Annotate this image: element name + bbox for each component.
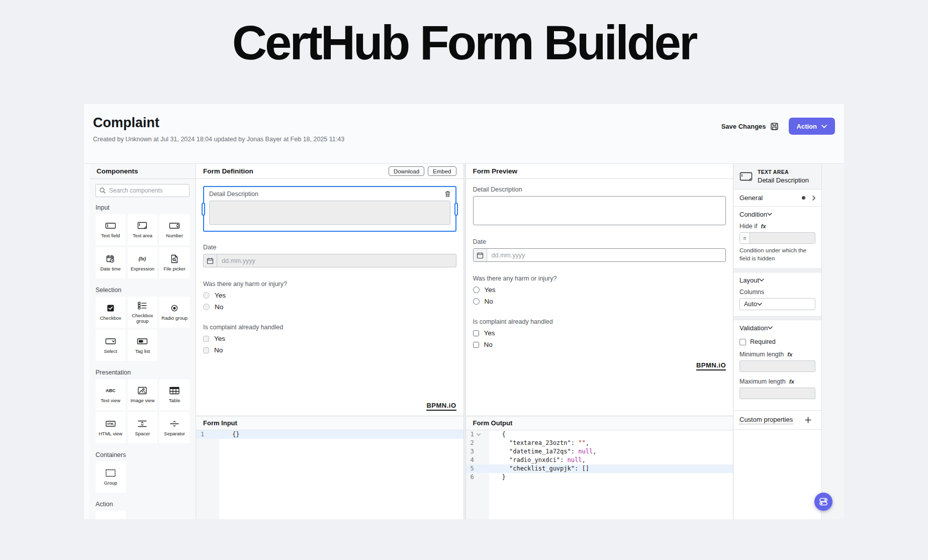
general-group[interactable]: General [733, 190, 821, 207]
columns-select[interactable]: Auto [739, 298, 815, 310]
file-picker-icon [168, 254, 180, 264]
form-output-panel: Form Output 123456{ "textarea_23oztn": "… [466, 416, 733, 519]
editor-gutter: 123456 [466, 430, 489, 519]
number-icon [168, 221, 180, 231]
textarea-input[interactable] [209, 201, 450, 225]
tag-list-icon [136, 336, 148, 346]
properties-panel: TEXT AREA Detail Description General Con… [733, 164, 822, 519]
fold-chevron-icon[interactable] [477, 433, 481, 436]
component-separator[interactable]: Separator [159, 412, 190, 443]
chevron-down-icon [768, 326, 773, 329]
textarea-input[interactable] [473, 196, 726, 225]
component-text-field[interactable]: Text field [96, 214, 126, 245]
radio-no[interactable] [203, 304, 210, 310]
component-text-area[interactable]: Text area [128, 214, 158, 245]
field-label: Was there any harm or injury? [473, 275, 726, 282]
definition-column: Form Definition Download Embed Detail De… [196, 164, 463, 519]
component-label: Tag list [134, 348, 151, 354]
component-number[interactable]: Number [159, 214, 190, 245]
code-token [502, 439, 509, 446]
component-label: File picker [163, 266, 187, 271]
custom-properties-link[interactable]: Custom properties [739, 416, 793, 424]
radio-yes[interactable] [203, 292, 210, 299]
checkbox-yes[interactable] [203, 336, 209, 342]
form-output-editor[interactable]: 123456{ "textarea_23oztn": "", "datetime… [466, 430, 733, 519]
palette-section-label: Presentation [96, 369, 190, 376]
embed-button[interactable]: Embed [428, 166, 456, 176]
validation-section-header[interactable]: Validation [733, 320, 821, 335]
plus-icon[interactable] [805, 417, 811, 423]
maximum-length-input[interactable] [739, 388, 815, 399]
component-group[interactable]: Group [96, 461, 126, 493]
code-line: "checklist_guvpjk": [] [489, 464, 733, 473]
layout-section-header[interactable]: Layout [733, 272, 821, 288]
save-changes-button[interactable]: Save Changes [721, 122, 779, 131]
resize-handle-right[interactable] [454, 203, 458, 216]
line-number: 6 [466, 473, 489, 482]
code-token: { [502, 431, 506, 438]
component-spacer[interactable]: Spacer [128, 412, 158, 443]
component-table[interactable]: Table [159, 379, 190, 410]
checkbox-no[interactable] [203, 347, 209, 353]
component-label: HTML view [98, 431, 123, 436]
field-date: Date [203, 244, 456, 267]
component-tag-list[interactable]: Tag list [128, 330, 158, 361]
resize-handle-left[interactable] [202, 203, 205, 216]
component-text-view[interactable]: ABCText view [96, 379, 126, 410]
search-components-input[interactable] [96, 184, 190, 197]
component-radio-group[interactable]: Radio group [159, 297, 190, 328]
palette-grid: Text fieldText areaNumberDate time{fx}Ex… [96, 214, 190, 278]
component-image-view[interactable]: Image view [128, 379, 158, 410]
validation-section-body: Required Minimum length fx Maximum lengt… [733, 338, 821, 410]
checkbox-no[interactable] [473, 342, 479, 348]
radio-no[interactable] [473, 298, 480, 305]
hide-if-input[interactable] [750, 233, 815, 243]
editor-gutter: 1 [196, 430, 219, 519]
component-select[interactable]: Select [96, 330, 126, 361]
component-label: Group [103, 480, 118, 486]
form-preview-panel: Form Preview Detail DescriptionDateWas t… [466, 164, 733, 416]
download-button[interactable]: Download [389, 166, 424, 176]
component-date-time[interactable]: Date time [96, 247, 126, 278]
option-label: Yes [484, 329, 495, 337]
component-file-picker[interactable]: File picker [159, 247, 190, 278]
component-html-view[interactable]: HTMLHTML view [96, 412, 126, 443]
table-icon [168, 386, 180, 396]
radio-yes[interactable] [473, 287, 480, 293]
settings-toggles-button[interactable] [814, 493, 832, 511]
component-checkbox[interactable]: Checkbox [96, 297, 126, 328]
option-label: No [484, 341, 493, 348]
action-button[interactable]: Action [789, 118, 835, 135]
component-label: Separator [163, 431, 186, 436]
form-input-editor[interactable]: 1{} [196, 430, 463, 519]
condition-section-header[interactable]: Condition [733, 207, 821, 222]
selected-field-detail-description[interactable]: Detail Description [203, 186, 456, 232]
definition-header-buttons: Download Embed [389, 166, 456, 176]
bpmn-watermark[interactable]: BPMN.iO [426, 402, 456, 411]
minimum-length-input[interactable] [739, 360, 815, 372]
definition-canvas[interactable]: Detail DescriptionDateWas there any harm… [196, 179, 463, 416]
layout-section: Layout Columns Auto [733, 272, 821, 316]
field-detail-description: Detail Description [473, 186, 726, 225]
calendar-icon[interactable] [474, 249, 487, 261]
component-checkbox-group[interactable]: Checkbox group [128, 297, 158, 328]
date-input[interactable] [487, 252, 726, 259]
form-input-title: Form Input [196, 416, 463, 430]
required-checkbox[interactable] [739, 339, 746, 345]
code-line: "datetime_1a72qs": null, [489, 447, 733, 456]
hide-if-label: Hide if fx [739, 223, 815, 230]
condition-label: Condition [739, 211, 767, 218]
field-is-complaint-already-handled: Is complaint already handledYesNo [473, 318, 726, 348]
date-input[interactable] [217, 257, 456, 264]
html-view-icon: HTML [105, 419, 117, 429]
checkbox-yes[interactable] [473, 330, 479, 336]
bpmn-watermark[interactable]: BPMN.iO [696, 361, 726, 370]
fx-icon: fx [761, 223, 766, 229]
trash-icon[interactable] [444, 191, 451, 198]
preview-column: Form Preview Detail DescriptionDateWas t… [466, 164, 733, 519]
palette-section-presentation: PresentationABCText viewImage viewTableH… [96, 369, 190, 443]
component-expression[interactable]: {fx}Expression [128, 247, 158, 278]
component-button[interactable]: Button [96, 511, 126, 519]
date-input-group [203, 254, 456, 267]
component-label: Text area [132, 233, 153, 238]
